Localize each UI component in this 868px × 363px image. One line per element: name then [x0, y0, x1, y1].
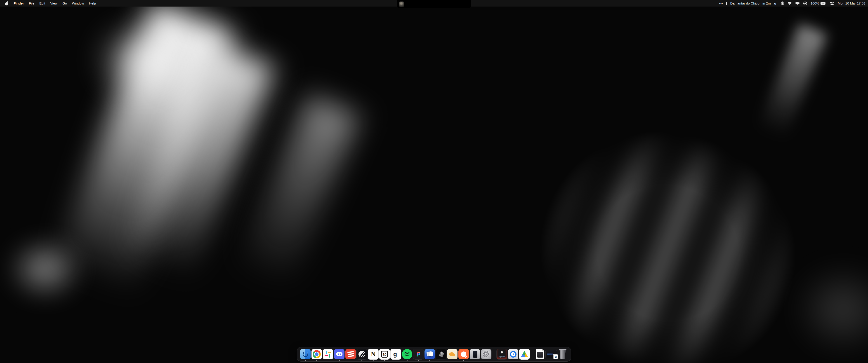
finder-app-icon[interactable]: [300, 349, 311, 359]
gdrive-app-icon[interactable]: [519, 349, 530, 360]
dock-app-notion[interactable]: N: [368, 348, 378, 360]
1password-app-icon[interactable]: [508, 349, 518, 359]
running-indicator: [339, 360, 340, 361]
now-playing-album-art[interactable]: [399, 2, 404, 7]
status-more-button[interactable]: •••: [719, 0, 723, 6]
todoist-app-icon[interactable]: [345, 349, 356, 359]
postman-app-icon[interactable]: [458, 349, 469, 359]
figma-app-icon[interactable]: [413, 349, 424, 360]
spline-app-icon[interactable]: [436, 349, 446, 360]
dock-app-linear[interactable]: [357, 348, 367, 360]
spotify-app-icon[interactable]: [402, 349, 412, 359]
menu-finder[interactable]: Finder: [11, 0, 26, 6]
app-menus: FinderFileEditViewGoWindowHelp: [11, 0, 98, 6]
notch-media-island[interactable]: ···: [397, 0, 471, 8]
notch-overflow-dots[interactable]: ···: [464, 0, 468, 8]
battery-percent: 100%: [811, 1, 819, 5]
wallpaper-light-band: [232, 94, 360, 299]
dock: N10graycast10: [297, 347, 571, 362]
apple-logo-leaf: [7, 1, 8, 2]
running-indicator: [362, 360, 362, 361]
desktop-wallpaper: [0, 0, 868, 363]
asterisk-sparkle-icon[interactable]: [780, 0, 784, 6]
trash-app-icon[interactable]: [558, 349, 567, 359]
apple-logo-bite: [8, 3, 9, 4]
pick-shape-menu-icon[interactable]: [788, 0, 792, 6]
menu-go[interactable]: Go: [60, 0, 69, 6]
finder-face: [303, 352, 304, 354]
running-indicator: [407, 360, 408, 361]
running-indicator: [305, 360, 306, 361]
menu-help[interactable]: Help: [87, 0, 98, 6]
chrome-app-icon[interactable]: [311, 349, 322, 359]
dropover-app-icon[interactable]: [425, 349, 435, 359]
file-app-icon[interactable]: [536, 349, 544, 359]
dock-app-gdrive[interactable]: [519, 348, 530, 360]
postico-app-icon[interactable]: [447, 349, 458, 359]
notion-app-icon[interactable]: N: [368, 349, 379, 360]
minwin-app-icon[interactable]: 10: [546, 350, 557, 358]
battery-charging-icon: [820, 2, 827, 5]
dock-app-spotify[interactable]: [402, 348, 412, 360]
dock-app-1password[interactable]: [508, 348, 518, 360]
dock-app-raycast[interactable]: raycast: [497, 348, 507, 360]
gear-icon: [483, 350, 490, 358]
dock-app-chrome[interactable]: [311, 348, 322, 360]
menu-bar-left: FinderFileEditViewGoWindowHelp: [0, 0, 98, 6]
wallpaper-streak: [757, 24, 827, 139]
linear-app-icon[interactable]: [356, 349, 367, 360]
menu-view[interactable]: View: [48, 0, 60, 6]
dock-app-ncal[interactable]: 10: [379, 348, 390, 360]
grammarly-menu-icon[interactable]: g: [774, 0, 777, 6]
menu-window[interactable]: Window: [69, 0, 86, 6]
dock-app-postico[interactable]: [447, 348, 458, 360]
dock-app-figma[interactable]: [413, 348, 424, 360]
dock-app-dropover[interactable]: [425, 348, 435, 360]
dock-app-postman[interactable]: [458, 348, 469, 360]
running-indicator: [384, 360, 385, 361]
dock-app-settings[interactable]: [481, 348, 491, 360]
raycast-app-icon[interactable]: raycast: [496, 349, 507, 360]
dock-app-trash[interactable]: [557, 348, 568, 360]
settings-app-icon[interactable]: [481, 349, 491, 359]
running-indicator: [463, 360, 464, 361]
calendar-event-status[interactable]: Dar jantar do Chico · in 2m: [730, 0, 771, 6]
discord-app-icon[interactable]: [334, 349, 344, 359]
imirror-app-icon[interactable]: [470, 349, 480, 359]
dock-separator: [532, 349, 532, 359]
dock-app-spline[interactable]: [436, 348, 446, 360]
menu-bar-status-area: ••• Dar jantar do Chico · in 2m g: [719, 0, 868, 6]
control-center-icon[interactable]: [830, 0, 834, 6]
dock-app-file[interactable]: [535, 348, 545, 360]
slack-app-icon[interactable]: [323, 349, 333, 359]
grammarly-caret: [777, 2, 777, 5]
dock-app-todoist[interactable]: [345, 348, 356, 360]
running-indicator: [373, 360, 374, 361]
wallpaper-glow: [796, 267, 868, 352]
dock-app-slack[interactable]: [323, 348, 333, 360]
battery-status[interactable]: 100%: [811, 0, 827, 6]
apple-menu-icon[interactable]: [5, 1, 8, 5]
1password-menu-icon[interactable]: [803, 0, 807, 6]
dock-app-finder[interactable]: [300, 348, 311, 360]
status-separator: [726, 2, 727, 5]
dock-app-imirror[interactable]: [470, 348, 480, 360]
menu-edit[interactable]: Edit: [37, 0, 48, 6]
dock-app-grammarly[interactable]: g: [391, 348, 401, 360]
clock[interactable]: Mon 10 Mar 17:58: [838, 0, 865, 6]
screen-mirroring-icon[interactable]: [795, 0, 800, 6]
grammarly-app-icon[interactable]: g: [391, 349, 401, 360]
menu-file[interactable]: File: [26, 0, 37, 6]
running-indicator: [316, 360, 317, 361]
ncal-app-icon[interactable]: 10: [379, 349, 390, 360]
dock-app-minwin[interactable]: 10: [546, 348, 557, 360]
dock-app-discord[interactable]: [334, 348, 344, 360]
running-indicator: [429, 360, 430, 361]
wallpaper-light-blob: [9, 239, 81, 298]
wallpaper-light-blob: [97, 25, 194, 95]
running-indicator: [418, 360, 419, 361]
